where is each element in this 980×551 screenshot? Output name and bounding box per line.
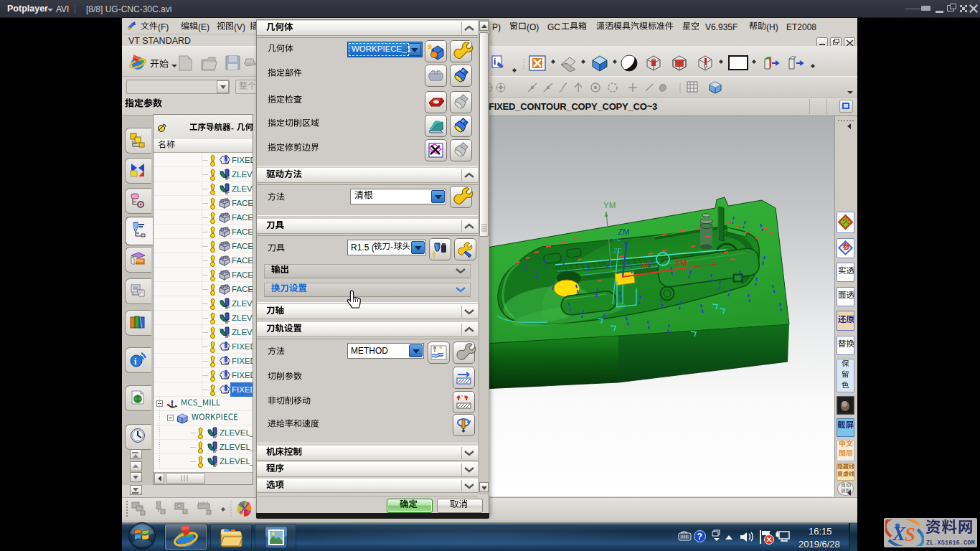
svg-text:YC: YC [612, 235, 621, 242]
svg-text:YM: YM [603, 201, 616, 209]
svg-text:XM: XM [675, 258, 687, 267]
